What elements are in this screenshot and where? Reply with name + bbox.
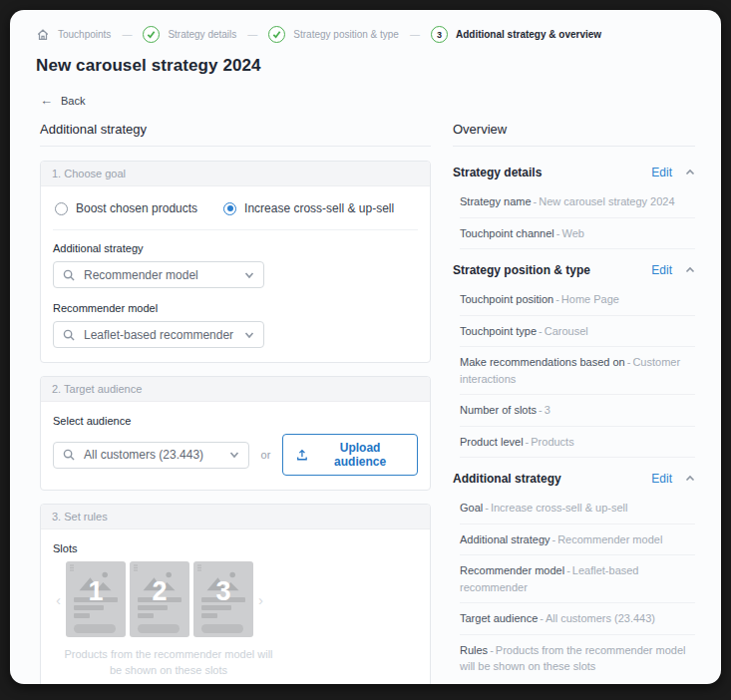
chevron-up-icon[interactable]	[685, 265, 695, 275]
overview-heading: Overview	[453, 122, 695, 147]
overview-row: Recommender model-Leaflet-based recommen…	[460, 555, 695, 603]
slots-label: Slots	[53, 542, 418, 554]
slots-caption: Products from the recommender model will…	[61, 647, 276, 679]
radio-increase-cross-sell[interactable]: Increase cross-sell & up-sell	[223, 201, 394, 215]
overview-row: Touchpoint channel-Web	[460, 218, 695, 250]
radio-boost-chosen-products[interactable]: Boost chosen products	[55, 201, 197, 215]
chevron-up-icon[interactable]	[685, 168, 695, 177]
form-column: Additional strategy 1. Choose goal Boost…	[40, 122, 431, 684]
skeleton-line	[201, 613, 217, 618]
row-value: Recommender model	[557, 533, 662, 545]
row-value: Web	[561, 227, 583, 239]
search-icon	[63, 329, 75, 341]
overview-column: Overview Strategy details Edit Strategy …	[453, 122, 695, 684]
slots-carousel: ‹ 1	[53, 561, 418, 637]
overview-row: Make recommendations based on-Customer i…	[460, 347, 695, 395]
section-header: 2. Target audience	[41, 377, 430, 402]
row-label: Goal	[460, 502, 483, 514]
additional-strategy-select[interactable]: Recommender model	[53, 261, 264, 288]
search-icon	[63, 449, 75, 461]
overview-row: Touchpoint type-Carousel	[460, 316, 695, 348]
divider	[53, 229, 418, 230]
chevron-down-icon	[244, 270, 254, 280]
row-value: Products	[531, 436, 573, 448]
slot-card-3[interactable]: 3	[193, 561, 253, 637]
overview-row: Touchpoint position-Home Page	[460, 284, 695, 316]
step-touchpoints[interactable]: Touchpoints	[36, 28, 111, 42]
row-separator: -	[540, 612, 544, 624]
row-separator: -	[627, 356, 631, 368]
step-position-type[interactable]: Strategy position & type	[268, 26, 399, 43]
slot-number: 2	[130, 576, 189, 607]
skeleton-line	[138, 613, 154, 618]
row-value: Carousel	[545, 325, 588, 337]
stepper: Touchpoints — Strategy details — Strateg…	[10, 10, 721, 51]
audience-select[interactable]: All customers (23.443)	[53, 442, 249, 469]
slot-number: 3	[193, 576, 253, 607]
overview-group-title: Additional strategy	[453, 472, 651, 486]
row-label: Number of slots	[460, 404, 537, 416]
row-separator: -	[556, 227, 560, 239]
overview-group-title: Strategy details	[453, 166, 651, 179]
carousel-next-icon[interactable]: ›	[255, 592, 266, 607]
overview-row: Additional strategy-Recommender model	[460, 525, 695, 556]
search-icon	[63, 269, 75, 281]
section-header: 1. Choose goal	[41, 162, 430, 186]
chevron-up-icon[interactable]	[685, 474, 695, 484]
or-label: or	[261, 449, 271, 461]
row-label: Recommender model	[460, 564, 564, 576]
step-additional-strategy[interactable]: 3 Additional strategy & overview	[431, 26, 601, 43]
recommender-model-label: Recommender model	[53, 302, 418, 314]
row-label: Touchpoint position	[460, 293, 553, 305]
upload-audience-button[interactable]: Upload audience	[282, 434, 418, 476]
step-separator: —	[410, 29, 420, 40]
section-choose-goal: 1. Choose goal Boost chosen products Inc…	[40, 161, 431, 363]
edit-position-type-link[interactable]: Edit	[651, 263, 672, 277]
row-label: Touchpoint channel	[460, 227, 554, 239]
row-separator: -	[539, 404, 543, 416]
row-value: 3	[545, 404, 550, 416]
edit-additional-strategy-link[interactable]: Edit	[651, 472, 672, 486]
upload-icon	[296, 449, 308, 462]
slot-number: 1	[66, 576, 126, 607]
select-value: Recommender model	[84, 268, 198, 282]
row-label: Strategy name	[460, 195, 532, 207]
drag-handle-icon	[134, 564, 138, 571]
goal-radio-group: Boost chosen products Increase cross-sel…	[53, 199, 418, 215]
carousel-prev-icon[interactable]: ‹	[53, 592, 64, 607]
overview-row: Number of slots-3	[460, 395, 695, 427]
step-strategy-details[interactable]: Strategy details	[143, 26, 236, 43]
skeleton-button	[201, 624, 243, 633]
select-value: Leaflet-based recommender	[84, 328, 233, 342]
section-header: 3. Set rules	[41, 505, 430, 529]
row-separator: -	[552, 533, 556, 545]
row-separator: -	[490, 644, 494, 656]
row-label: Touchpoint type	[460, 325, 537, 337]
radio-icon	[55, 202, 68, 215]
step-label: Additional strategy & overview	[456, 29, 601, 40]
overview-row: Goal-Increase cross-sell & up-sell	[460, 493, 695, 525]
back-arrow-icon: ←	[40, 94, 53, 107]
drag-handle-icon	[197, 564, 201, 571]
overview-row: Rules-Products from the recommender mode…	[460, 635, 695, 682]
row-label: Target audience	[460, 612, 538, 624]
row-label: Make recommendations based on	[460, 356, 625, 368]
recommender-model-select[interactable]: Leaflet-based recommender	[53, 321, 264, 348]
step-separator: —	[122, 29, 132, 40]
row-value: Home Page	[561, 293, 619, 305]
radio-icon	[223, 202, 236, 215]
step-label: Touchpoints	[58, 29, 111, 40]
wizard-card: Touchpoints — Strategy details — Strateg…	[10, 10, 721, 684]
back-button[interactable]: ← Back	[40, 94, 100, 107]
home-icon	[36, 28, 50, 42]
form-heading: Additional strategy	[40, 122, 431, 147]
select-audience-label: Select audience	[53, 415, 418, 427]
edit-strategy-details-link[interactable]: Edit	[651, 166, 672, 179]
slot-card-1[interactable]: 1	[66, 561, 126, 637]
row-separator: -	[555, 293, 559, 305]
slot-card-2[interactable]: 2	[130, 561, 189, 637]
select-value: All customers (23.443)	[84, 448, 203, 462]
row-label: Rules	[460, 644, 488, 656]
chevron-down-icon	[229, 450, 239, 460]
overview-row: Strategy name-New carousel strategy 2024	[460, 186, 695, 218]
